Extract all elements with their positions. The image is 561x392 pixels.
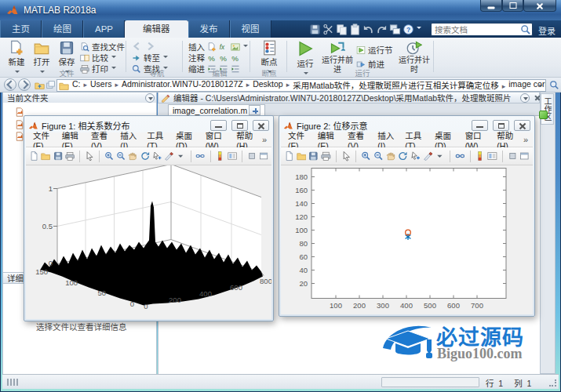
magplus-icon[interactable] xyxy=(104,150,114,162)
ribbon-tab[interactable]: 主页 xyxy=(0,20,42,38)
rotate3d-icon[interactable] xyxy=(140,150,150,162)
ribbon-tab[interactable]: APP xyxy=(83,20,125,38)
doc-icon[interactable] xyxy=(284,150,294,162)
dock-icon[interactable] xyxy=(508,150,518,162)
legend-icon[interactable] xyxy=(228,150,237,162)
float-icon[interactable] xyxy=(259,150,268,162)
run-time-button[interactable]: 运行并计时 xyxy=(399,40,430,74)
figure2-window[interactable]: Figure 2: 位移示意 文件(F)编辑(E)查看(V)插入(I)工具(T)… xyxy=(279,115,535,317)
address-search-icon[interactable] xyxy=(549,79,559,89)
printer-icon[interactable] xyxy=(321,150,331,162)
workspace-tab[interactable]: 工作区 xyxy=(541,93,554,125)
hand-icon[interactable] xyxy=(386,150,396,162)
comment-button[interactable]: 注释 % % % xyxy=(188,53,240,63)
editor-header[interactable]: 编辑器 - C:\Users\Administrator.WIN7U-20180… xyxy=(158,92,540,103)
folder-up-icon[interactable] xyxy=(35,79,45,89)
folder-icon[interactable] xyxy=(297,150,307,162)
floppy-icon[interactable] xyxy=(308,150,319,162)
stack-icon[interactable] xyxy=(46,79,56,89)
ribbon-tab[interactable]: 绘图 xyxy=(42,20,83,38)
qat-undo-icon[interactable] xyxy=(362,24,374,35)
hand-icon[interactable] xyxy=(128,150,137,162)
menu-overflow-icon[interactable]: » xyxy=(262,135,268,144)
colorbar-icon[interactable] xyxy=(215,150,224,162)
brush-icon[interactable] xyxy=(423,150,433,162)
forward-icon[interactable] xyxy=(144,41,155,52)
qat-paste-icon[interactable] xyxy=(349,24,361,35)
folder-icon[interactable] xyxy=(41,150,50,162)
ribbon-tab[interactable]: 发布 xyxy=(188,20,230,38)
caretic-icon[interactable] xyxy=(435,150,445,162)
rotate3d-icon[interactable] xyxy=(398,150,408,162)
back-icon[interactable] xyxy=(132,41,143,52)
new-icon xyxy=(9,40,24,56)
qat-cut-icon[interactable] xyxy=(322,24,334,35)
search-icon[interactable] xyxy=(520,24,531,35)
nav-back-button[interactable] xyxy=(4,78,16,91)
matlab-file-icon[interactable] xyxy=(15,106,24,115)
menu-overflow-icon[interactable]: » xyxy=(523,135,530,144)
qat-save-icon[interactable] xyxy=(309,24,321,35)
float-icon[interactable] xyxy=(519,150,530,162)
doc-search-input[interactable] xyxy=(433,24,518,35)
breadcrumb-segment[interactable]: Desktop xyxy=(251,79,291,91)
figure2-plot-area[interactable]: 180 160 140 120 100 80 60 40 20 100 200 … xyxy=(281,165,533,314)
magminus-icon[interactable] xyxy=(116,150,126,162)
run-button[interactable]: 运行 xyxy=(292,40,319,78)
breadcrumb-segment[interactable]: 采用Matlab软件，处理散斑照片进行互相关计算确定位移 xyxy=(291,79,507,91)
qat-window-switch-icon[interactable] xyxy=(389,24,401,35)
datacursor-icon[interactable] xyxy=(410,150,421,162)
goto-button[interactable]: 转至 xyxy=(132,53,168,63)
compare-button[interactable]: 比较 xyxy=(80,53,116,63)
current-folder-menu-icon[interactable] xyxy=(145,93,155,103)
printer-icon[interactable] xyxy=(65,150,75,162)
brush-icon[interactable] xyxy=(164,150,173,162)
caretic-icon[interactable] xyxy=(176,150,185,162)
breadcrumb-dropdown-caret-icon[interactable] xyxy=(538,85,543,89)
ribbon-tab[interactable]: 编辑器 xyxy=(125,20,188,38)
minimize-button[interactable] xyxy=(480,0,502,12)
magplus-icon[interactable] xyxy=(361,150,371,162)
run-group-label: 运行 xyxy=(339,67,386,78)
breadcrumb-segment[interactable]: Users xyxy=(89,79,120,91)
find-files-icon xyxy=(80,42,89,52)
link-icon[interactable] xyxy=(455,150,465,162)
maximize-button[interactable] xyxy=(502,0,523,12)
doc-search-box[interactable] xyxy=(431,23,533,36)
figure1-plot-area[interactable]: 1 0.5 0 150 100 50 0 0 200 400 600 800 xyxy=(26,165,271,319)
qat-copy-icon[interactable] xyxy=(336,24,348,35)
dock-icon[interactable] xyxy=(247,150,257,162)
qat-redo-icon[interactable] xyxy=(376,24,388,35)
magminus-icon[interactable] xyxy=(373,150,384,162)
run-section-button[interactable]: 运行节 xyxy=(356,45,393,55)
colorbar-icon[interactable] xyxy=(475,150,485,162)
floppy-icon[interactable] xyxy=(53,150,63,162)
new-button[interactable]: 新建 xyxy=(5,40,28,77)
statusbar-grip-icon[interactable] xyxy=(7,379,24,386)
new-tab-button[interactable] xyxy=(249,105,260,115)
title-bar[interactable]: MATLAB R2018a xyxy=(0,0,561,20)
doc-icon[interactable] xyxy=(29,150,38,162)
editor-menu-icon[interactable] xyxy=(520,93,530,103)
details-hint: 选择文件以查看详细信息 xyxy=(36,321,127,332)
insert-button[interactable]: 插入 fx xyxy=(188,42,248,52)
svg-text:?: ? xyxy=(406,25,410,33)
figure1-window[interactable]: Figure 1: 相关系数分布 文件(F)编辑(E)查看(V)插入(I)工具(… xyxy=(24,115,274,321)
qat-help-icon[interactable]: ? xyxy=(403,24,414,35)
svg-text:200: 200 xyxy=(353,301,366,310)
resize-grip-icon[interactable] xyxy=(549,379,556,387)
link-icon[interactable] xyxy=(195,150,205,162)
datacursor-icon[interactable] xyxy=(152,150,162,162)
close-button[interactable] xyxy=(523,0,556,12)
breadcrumb[interactable]: C:UsersAdministrator.WIN7U-20180127ZDesk… xyxy=(56,79,546,92)
cursor-icon[interactable] xyxy=(85,150,94,162)
qat-dropdown-caret-icon[interactable] xyxy=(417,27,421,31)
breadcrumb-segment[interactable]: C: xyxy=(71,79,89,91)
find-files-button[interactable]: 查找文件 xyxy=(80,42,125,52)
cursor-icon[interactable] xyxy=(341,150,352,162)
breadcrumb-segment[interactable]: Administrator.WIN7U-20180127Z xyxy=(120,79,251,91)
login-link[interactable]: 登录 xyxy=(538,24,556,37)
legend-icon[interactable] xyxy=(487,150,497,162)
nav-forward-button[interactable] xyxy=(18,78,31,91)
ribbon-tab[interactable]: 视图 xyxy=(230,20,271,38)
